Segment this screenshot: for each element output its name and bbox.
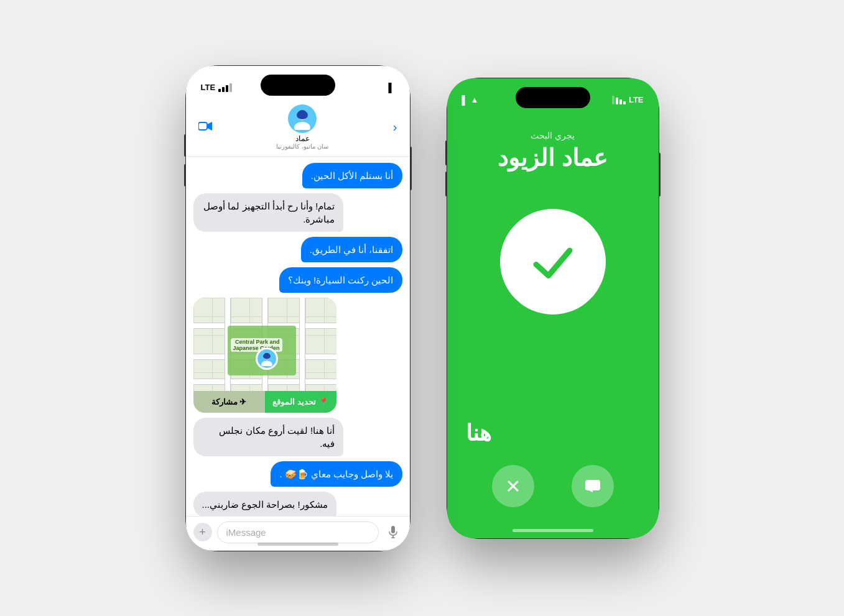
message-row-map: Central Park andJapanese Garden	[193, 298, 402, 413]
phone-messages: LTE 9:41 ▌	[186, 66, 410, 551]
message-text: يلا واصل وجايب معاي 🍺🥪 .	[279, 469, 393, 479]
park-label: Central Park andJapanese Garden	[231, 338, 282, 352]
svg-rect-0	[585, 480, 600, 490]
here-label: هنا	[447, 420, 491, 446]
svg-point-10	[299, 110, 306, 115]
signal-icon-2	[218, 83, 232, 92]
contact-name-header: عماد	[295, 134, 310, 143]
phone-call: LTE 9:41 ▲ ▌ يجري البحث عماد الزيود	[447, 78, 659, 538]
location-pin	[256, 347, 278, 370]
message-bubble: اتفقنا، أنا في الطريق.	[301, 237, 402, 262]
message-row: تمام! وأنا رح أبدأ التجهيز لما أوصل مباش…	[193, 193, 402, 232]
contact-info[interactable]: عماد سان ماتيو، كاليفورنيا	[276, 104, 328, 150]
map-view: Central Park andJapanese Garden	[193, 298, 336, 391]
searching-label: يجري البحث	[531, 131, 575, 140]
input-placeholder: iMessage	[226, 527, 266, 538]
chat-area[interactable]: أنا بستلم الأكل الحين. تمام! وأنا رح أبد…	[186, 157, 410, 516]
video-icon	[198, 121, 212, 131]
signal-icon	[612, 96, 626, 104]
locate-label: تحديد الموقع	[272, 397, 316, 407]
locate-button[interactable]: 📍 تحديد الموقع	[265, 391, 336, 413]
message-text: أنا هنا! لقيت أروع مكان نجلس فيه.	[219, 425, 335, 449]
message-text: الحين ركنت السيارة! وينك؟	[288, 275, 394, 285]
share-label: مشاركة	[211, 397, 238, 407]
carrier-label-2: LTE	[201, 83, 216, 92]
mic-icon	[388, 526, 398, 538]
video-call-button[interactable]	[196, 116, 215, 137]
message-bubble: تمام! وأنا رح أبدأ التجهيز لما أوصل مباش…	[193, 193, 344, 232]
avatar-image	[291, 108, 313, 130]
location-icon: ▲	[470, 95, 478, 104]
avatar-pin	[259, 351, 274, 366]
power-button[interactable]	[659, 153, 661, 196]
status-left-2: LTE	[201, 83, 233, 92]
checkmark-icon	[525, 234, 581, 290]
message-text: اتفقنا، أنا في الطريق.	[310, 244, 394, 255]
call-actions	[492, 465, 614, 538]
back-button[interactable]: ›	[391, 117, 400, 137]
battery-icon-2: ▌	[389, 83, 395, 93]
status-right: ▲ ▌	[462, 95, 479, 105]
message-button[interactable]	[572, 465, 614, 507]
message-input[interactable]: iMessage	[217, 522, 379, 543]
power-button[interactable]	[410, 147, 412, 190]
imessage-header: عماد سان ماتيو، كاليفورنيا ›	[186, 99, 410, 157]
home-indicator	[512, 529, 593, 532]
message-text: تمام! وأنا رح أبدأ التجهيز لما أوصل مباش…	[203, 201, 335, 224]
message-row: الحين ركنت السيارة! وينك؟	[193, 267, 402, 293]
dynamic-island	[516, 87, 590, 108]
contact-name: عماد الزيود	[498, 144, 608, 172]
contact-location: سان ماتيو، كاليفورنيا	[276, 143, 328, 150]
svg-rect-16	[391, 526, 395, 533]
avatar	[288, 104, 317, 133]
message-bubble: الحين ركنت السيارة! وينك؟	[279, 267, 402, 293]
message-bubble: أنا بستلم الأكل الحين.	[302, 163, 402, 188]
message-bubble: أنا هنا! لقيت أروع مكان نجلس فيه.	[193, 418, 344, 456]
map-actions: 📍 تحديد الموقع ✈ مشاركة	[193, 391, 336, 413]
status-left: LTE	[612, 95, 644, 104]
share-button[interactable]: ✈ مشاركة	[193, 391, 265, 413]
message-bubble: مشكور! بصراحة الجوع ضاربني...	[193, 492, 336, 516]
message-bubble: يلا واصل وجايب معاي 🍺🥪 .	[271, 461, 402, 487]
battery-icon: ▌	[462, 95, 468, 105]
carrier-label: LTE	[629, 95, 644, 104]
map-bubble[interactable]: Central Park andJapanese Garden	[193, 298, 336, 413]
checkmark-circle	[500, 209, 606, 315]
close-icon	[506, 479, 521, 494]
message-row: يلا واصل وجايب معاي 🍺🥪 .	[193, 461, 402, 487]
close-button[interactable]	[492, 465, 534, 507]
svg-marker-1	[589, 490, 593, 492]
message-text: مشكور! بصراحة الجوع ضاربني...	[202, 499, 328, 510]
message-text: أنا بستلم الأكل الحين.	[311, 170, 394, 181]
dynamic-island-2	[261, 75, 335, 96]
svg-marker-5	[207, 122, 212, 131]
svg-point-15	[264, 352, 269, 356]
home-indicator-2	[257, 543, 338, 546]
message-icon	[584, 477, 601, 495]
message-row: مشكور! بصراحة الجوع ضاربني...	[193, 492, 402, 516]
message-row: أنا بستلم الأكل الحين.	[193, 163, 402, 188]
status-right-2: ▌	[389, 83, 395, 93]
microphone-button[interactable]	[384, 523, 402, 541]
message-row: أنا هنا! لقيت أروع مكان نجلس فيه.	[193, 418, 402, 456]
message-row: اتفقنا، أنا في الطريق.	[193, 237, 402, 262]
svg-rect-4	[198, 122, 207, 130]
add-attachment-button[interactable]: +	[193, 523, 212, 541]
